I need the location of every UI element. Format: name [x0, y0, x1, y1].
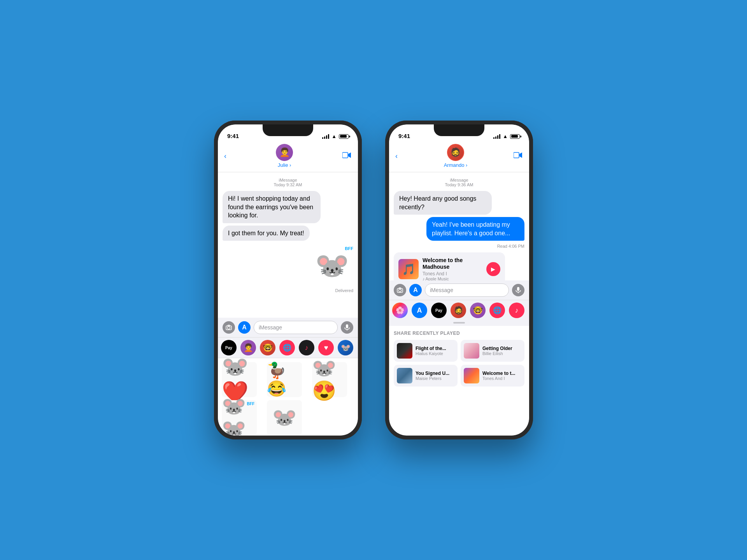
apple-pay-icon-right[interactable]: Pay: [431, 303, 447, 318]
apple-pay-icon[interactable]: Pay: [221, 340, 237, 355]
svg-rect-6: [514, 152, 519, 158]
avatar2-icon[interactable]: 🤓: [260, 340, 275, 355]
status-time-right: 9:41: [398, 133, 410, 139]
avatar-julie: 🧑‍🦱: [276, 144, 293, 161]
song-thumb-4: [464, 368, 479, 383]
imessage-input-right[interactable]: iMessage: [425, 284, 509, 297]
imessage-input-left[interactable]: iMessage: [254, 321, 338, 334]
avatar4-icon[interactable]: 🤓: [470, 303, 486, 318]
svg-point-2: [228, 327, 230, 329]
mickey-icon[interactable]: 🐭: [338, 340, 353, 355]
app-icons-row-left: Pay 🧑‍🦱 🤓 🌐 ♪ ♥ 🐭: [218, 337, 358, 358]
contact-info-left[interactable]: 🧑‍🦱 Julie ›: [276, 144, 293, 168]
read-receipt-right: Read 4:06 PM: [394, 244, 524, 248]
input-placeholder-left: iMessage: [259, 324, 282, 331]
song-title-3: You Signed U...: [416, 371, 449, 376]
status-icons-left: ▲: [322, 133, 349, 139]
contact-name-left: Julie ›: [278, 162, 291, 168]
camera-button-right[interactable]: [394, 284, 406, 296]
timestamp-right: iMessageToday 9:36 AM: [394, 178, 524, 187]
avatar3-icon[interactable]: 🧔: [451, 303, 466, 318]
sticker-image: 🐭: [315, 250, 349, 282]
signal-icon-right: [493, 134, 500, 139]
app-icons-row-right: 🌸 A Pay 🧔 🤓 🌐 ♪: [389, 300, 529, 320]
share-section-title: SHARE RECENTLY PLAYED: [394, 331, 524, 336]
song-artist-2: Billie Eilish: [482, 351, 512, 356]
music-artist: Tones And I: [423, 271, 482, 276]
avatar1-icon[interactable]: 🧑‍🦱: [240, 340, 256, 355]
song-grid: Flight of the... Hiatus Kaiyote Getting …: [394, 340, 524, 387]
apps-button-right[interactable]: A: [409, 284, 422, 296]
song-item-4[interactable]: Welcome to t... Tones And I: [461, 365, 524, 387]
wifi-icon: ▲: [331, 133, 337, 139]
song-thumb-3: [397, 368, 412, 383]
audio-button-right[interactable]: [512, 284, 524, 296]
sticker-4[interactable]: 🐭🐭 BFF: [222, 400, 257, 435]
sticker-5[interactable]: 🐭: [267, 400, 302, 435]
delivered-label-left: Delivered: [223, 288, 353, 293]
battery-icon-right: [510, 134, 520, 139]
video-call-button-left[interactable]: [342, 151, 352, 161]
sticker-1[interactable]: 🐭❤️: [222, 362, 257, 397]
apps-icon: A: [242, 324, 247, 331]
sticker-3[interactable]: 🐭😍: [312, 362, 347, 397]
message-bubble-2: I got them for you. My treat!: [223, 226, 310, 241]
heart-icon[interactable]: ♥: [318, 340, 334, 355]
camera-button-left[interactable]: [223, 321, 235, 334]
video-call-button-right[interactable]: [514, 151, 523, 161]
song-artist-4: Tones And I: [482, 376, 515, 381]
message-bubble-r1: Hey! Heard any good songs recently?: [394, 191, 492, 215]
contact-name-right: Armando ›: [444, 162, 468, 168]
globe-icon-left[interactable]: 🌐: [279, 340, 295, 355]
play-button[interactable]: ▶: [486, 262, 500, 276]
music-source: ♪ Apple Music: [423, 276, 482, 280]
music-card[interactable]: 🎵 Welcome to the Madhouse Tones And I ♪ …: [394, 252, 505, 280]
song-title-4: Welcome to t...: [482, 371, 515, 376]
svg-marker-7: [519, 152, 522, 158]
globe-icon-right[interactable]: 🌐: [489, 303, 505, 318]
song-item-3[interactable]: You Signed U... Maisie Peters: [394, 365, 458, 387]
apple-music-logo: ♪: [423, 276, 425, 280]
phone-screen-left: 9:41 ▲ ‹: [218, 124, 358, 436]
svg-rect-4: [346, 324, 348, 328]
phone-left: 9:41 ▲ ‹: [214, 121, 362, 439]
sticker-grid: 🐭❤️ 🦆😂 🐭😍 🐭🐭 BFF 🐭: [222, 362, 354, 435]
battery-icon: [339, 134, 349, 139]
avatar-armando: 🧔: [447, 144, 464, 161]
message-bubble-1: Hi! I went shopping today and found the …: [223, 191, 321, 223]
song-thumb-2: [464, 343, 479, 359]
music-thumbnail: 🎵: [398, 259, 419, 279]
app-store-icon[interactable]: A: [412, 303, 427, 318]
song-artist-1: Hiatus Kaiyote: [416, 351, 446, 356]
input-placeholder-right: iMessage: [430, 287, 453, 293]
music-icon-left[interactable]: ♪: [299, 340, 314, 355]
back-button-right[interactable]: ‹: [395, 152, 398, 160]
sticker-2[interactable]: 🦆😂: [267, 362, 302, 397]
svg-rect-0: [342, 152, 348, 158]
song-title-2: Getting Older: [482, 346, 512, 351]
music-title: Welcome to the Madhouse: [423, 257, 482, 270]
song-item-1[interactable]: Flight of the... Hiatus Kaiyote: [394, 340, 458, 362]
nav-header-right: ‹ 🧔 Armando ›: [389, 142, 529, 172]
song-item-2[interactable]: Getting Older Billie Eilish: [461, 340, 524, 362]
audio-button-left[interactable]: [341, 321, 353, 334]
phones-container: 9:41 ▲ ‹: [214, 121, 533, 439]
scroll-indicator-right: [453, 322, 465, 324]
sticker-container: 🐭 BFF: [310, 246, 353, 285]
signal-icon: [322, 134, 329, 139]
apps-button-left[interactable]: A: [238, 321, 251, 334]
photos-icon[interactable]: 🌸: [392, 303, 408, 318]
svg-point-8: [399, 289, 402, 292]
messages-area-left: iMessageToday 9:32 AM Hi! I went shoppin…: [218, 172, 358, 318]
input-bar-right: A iMessage: [389, 280, 529, 300]
music-icon-right[interactable]: ♪: [509, 303, 524, 318]
back-button-left[interactable]: ‹: [224, 152, 226, 160]
contact-info-right[interactable]: 🧔 Armando ›: [444, 144, 468, 168]
messages-area-right: iMessageToday 9:36 AM Hey! Heard any goo…: [389, 172, 529, 280]
nav-header-left: ‹ 🧑‍🦱 Julie ›: [218, 142, 358, 172]
song-thumb-1: [397, 343, 412, 359]
share-recently-played: SHARE RECENTLY PLAYED Flight of the... H…: [389, 326, 529, 436]
notch-left: [263, 124, 313, 136]
message-bubble-r2: Yeah! I've been updating my playlist. He…: [426, 217, 524, 241]
phone-screen-right: 9:41 ▲ ‹: [389, 124, 529, 436]
